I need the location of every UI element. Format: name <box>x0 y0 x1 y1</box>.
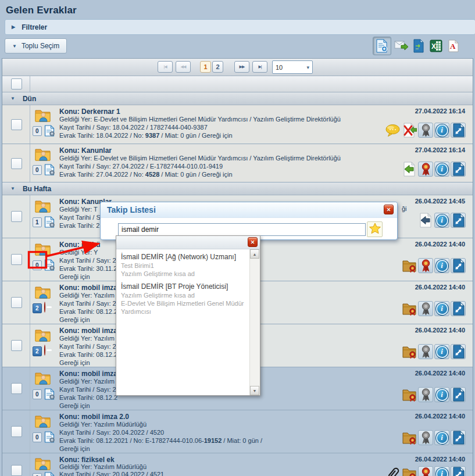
mail-forward-button[interactable] <box>394 38 409 54</box>
folder-seal-button[interactable] <box>402 344 417 359</box>
folder-user-icon[interactable] <box>35 285 51 299</box>
bulk-select-button[interactable]: ▼ Toplu Seçim <box>5 38 67 53</box>
page-size-select[interactable]: 10 ▾ <box>272 60 313 74</box>
document-row[interactable]: 0Konu: Derkernar 1Geldiği Yer: E-Devlet … <box>2 105 473 144</box>
ribbon-red-button[interactable] <box>418 466 433 476</box>
filters-panel[interactable]: ▶ Filtreler <box>5 19 475 35</box>
pdf-export-button[interactable]: A <box>446 38 461 54</box>
row-checkbox[interactable] <box>11 340 22 351</box>
info-button[interactable]: i <box>434 301 449 316</box>
open-document-button[interactable] <box>451 162 466 177</box>
row-checkbox[interactable] <box>11 426 22 437</box>
scrollbar[interactable]: ▲ ▼ <box>249 249 260 395</box>
document-gear-icon[interactable] <box>44 259 55 271</box>
result-name[interactable]: İsmail DEMİR [BT Proje Yöneticisi] <box>121 282 248 291</box>
open-document-button[interactable] <box>451 387 466 402</box>
document-gear-icon[interactable] <box>44 388 55 400</box>
scroll-up-icon[interactable]: ▲ <box>250 249 259 259</box>
row-checkbox[interactable] <box>11 158 22 169</box>
row-checkbox[interactable] <box>11 119 22 130</box>
document-row[interactable]: 0Konu: KanunlarGeldiği Yer: E-Devlet ve … <box>2 144 473 182</box>
document-export-button[interactable] <box>411 38 426 54</box>
stop-icon[interactable] <box>44 302 45 313</box>
attachment-count-badge[interactable]: 0 <box>33 126 42 136</box>
next-page-button[interactable]: ▶▶ <box>234 61 249 73</box>
folder-seal-button[interactable] <box>402 258 417 273</box>
row-checkbox[interactable] <box>11 254 22 265</box>
folder-user-icon[interactable] <box>35 328 51 342</box>
info-button[interactable]: i <box>434 258 449 273</box>
page-button-2[interactable]: 2 <box>212 61 223 73</box>
folder-user-icon[interactable] <box>35 414 51 428</box>
open-document-button[interactable] <box>451 344 466 359</box>
folder-user-icon[interactable] <box>35 371 51 385</box>
select-all-checkbox[interactable] <box>11 78 22 90</box>
ribbon-gray-button[interactable] <box>418 387 433 402</box>
ribbon-red-button[interactable] <box>418 162 433 177</box>
balloon-note-button[interactable] <box>385 123 401 138</box>
folder-user-icon[interactable] <box>35 148 51 161</box>
folder-user-icon[interactable] <box>35 199 51 213</box>
folder-seal-button[interactable] <box>402 301 417 316</box>
attachment-count-badge[interactable]: 2 <box>33 303 42 313</box>
open-document-button[interactable] <box>451 258 466 273</box>
open-document-button[interactable] <box>451 466 466 476</box>
attachment-count-badge[interactable]: 0 <box>33 432 42 442</box>
info-button[interactable]: i <box>434 213 449 228</box>
document-preview-button[interactable] <box>373 37 391 55</box>
info-button[interactable]: i <box>434 162 449 177</box>
result-item[interactable]: İsmail DEMİR [BT Proje Yöneticisi]Yazılı… <box>121 282 248 316</box>
attachment-count-badge[interactable]: 0 <box>33 473 42 476</box>
document-row[interactable]: 0Konu: fiziksel ekGeldiği Yer: Yazılım M… <box>2 453 473 476</box>
row-checkbox[interactable] <box>11 211 22 222</box>
open-document-button[interactable] <box>451 430 466 445</box>
close-icon[interactable]: ✕ <box>384 205 394 214</box>
page-button-1[interactable]: 1 <box>200 61 211 73</box>
row-checkbox[interactable] <box>11 465 22 476</box>
attachment-count-badge[interactable]: 1 <box>33 217 42 227</box>
attachment-count-badge[interactable]: 0 <box>33 165 42 175</box>
document-gear-icon[interactable] <box>44 125 55 137</box>
attachment-count-badge[interactable]: 0 <box>33 389 42 399</box>
folder-user-icon[interactable] <box>35 457 51 470</box>
attachment-count-badge[interactable]: 0 <box>33 260 42 270</box>
document-row[interactable]: 0Konu: mobil imza 2.0Geldiği Yer: Yazılı… <box>2 410 473 453</box>
open-document-button[interactable] <box>451 213 466 228</box>
last-page-button[interactable]: ▶| <box>252 61 267 73</box>
folder-user-icon[interactable] <box>35 242 51 256</box>
ribbon-gray-button[interactable] <box>418 344 433 359</box>
close-icon[interactable]: ✕ <box>248 237 258 247</box>
info-button[interactable]: i <box>434 344 449 359</box>
group-header[interactable]: ▼Bu Hafta <box>2 182 473 195</box>
follow-list-search-input[interactable] <box>118 223 366 236</box>
favorite-button[interactable] <box>367 221 383 237</box>
open-document-button[interactable] <box>451 301 466 316</box>
info-button[interactable]: i <box>434 466 449 476</box>
ribbon-gray-button[interactable] <box>418 430 433 445</box>
ribbon-gray-button[interactable] <box>418 123 433 138</box>
prev-page-button[interactable]: ◀◀ <box>176 61 191 73</box>
row-checkbox[interactable] <box>11 383 22 394</box>
info-button[interactable]: i <box>434 430 449 445</box>
document-gear-icon[interactable] <box>44 164 55 176</box>
document-reply-button[interactable] <box>418 213 433 228</box>
excel-export-button[interactable]: X <box>428 38 444 54</box>
paperclip-button[interactable] <box>385 466 401 476</box>
document-cancel-button[interactable] <box>402 123 417 138</box>
stop-icon[interactable] <box>44 345 45 356</box>
folder-seal-button[interactable] <box>402 466 417 476</box>
info-button[interactable]: i <box>434 387 449 402</box>
first-page-button[interactable]: |◀ <box>158 61 173 73</box>
attachment-count-badge[interactable]: 2 <box>33 346 42 356</box>
folder-seal-button[interactable] <box>402 430 417 445</box>
folder-user-icon[interactable] <box>35 109 51 122</box>
document-reply-green-button[interactable] <box>402 162 417 177</box>
document-gear-icon[interactable] <box>44 431 55 443</box>
info-button[interactable]: i <box>434 123 449 138</box>
document-gear-icon[interactable] <box>44 472 55 476</box>
group-header[interactable]: ▼Dün <box>2 92 473 105</box>
document-gear-icon[interactable] <box>44 216 55 228</box>
result-name[interactable]: İsmail DEMİR [Ağ (Network) Uzmanı] <box>121 253 248 262</box>
row-checkbox[interactable] <box>11 297 22 308</box>
ribbon-red-button[interactable] <box>418 258 433 273</box>
